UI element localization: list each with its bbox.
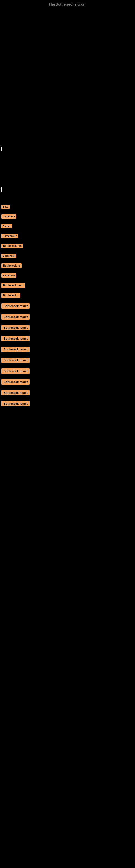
result-badge-13[interactable]: Bottleneck result [1, 325, 30, 330]
result-item-7: Bottleneck re [0, 264, 135, 268]
result-item-8: Bottleneck [0, 273, 135, 278]
result-item-4: Bottleneck r [0, 234, 135, 238]
result-badge-11[interactable]: Bottleneck result [1, 303, 30, 309]
result-item-2: Bottleneck [0, 214, 135, 219]
result-badge-18[interactable]: Bottleneck result [1, 379, 30, 384]
result-badge-12[interactable]: Bottleneck result [1, 314, 30, 319]
result-badge-9[interactable]: Bottleneck resu [1, 283, 25, 288]
result-badge-20[interactable]: Bottleneck result [1, 401, 30, 406]
result-item-17: Bottleneck result [0, 368, 135, 374]
result-badge-8[interactable]: Bottleneck [1, 273, 16, 278]
result-item-12: Bottleneck result [0, 314, 135, 319]
result-badge-14[interactable]: Bottleneck result [1, 336, 30, 341]
result-badge-19[interactable]: Bottleneck result [1, 390, 30, 396]
result-badge-3[interactable]: Bottlen [1, 224, 12, 228]
result-item-9: Bottleneck resu [0, 283, 135, 288]
result-item-15: Bottleneck result [0, 347, 135, 352]
cursor-indicator-1 [1, 147, 2, 151]
result-item-19: Bottleneck result [0, 390, 135, 396]
result-badge-17[interactable]: Bottleneck result [1, 368, 30, 374]
result-item-10: Bottleneck r [0, 293, 135, 298]
result-item-14: Bottleneck result [0, 336, 135, 341]
result-badge-6[interactable]: Bottleneck [1, 254, 16, 258]
result-item-6: Bottleneck [0, 254, 135, 258]
result-badge-16[interactable]: Bottleneck result [1, 358, 30, 363]
result-item-5: Bottleneck res [0, 244, 135, 248]
result-badge-4[interactable]: Bottleneck r [1, 234, 18, 238]
result-item-11: Bottleneck result [0, 303, 135, 309]
result-item-1: Bottl [0, 205, 135, 209]
result-badge-10[interactable]: Bottleneck r [1, 293, 20, 298]
site-title: TheBottlenecker.com [0, 0, 135, 6]
result-badge-1[interactable]: Bottl [1, 205, 10, 209]
result-badge-2[interactable]: Bottleneck [1, 214, 16, 219]
result-item-3: Bottlen [0, 224, 135, 228]
result-badge-15[interactable]: Bottleneck result [1, 347, 30, 352]
result-item-18: Bottleneck result [0, 379, 135, 384]
result-item-13: Bottleneck result [0, 325, 135, 330]
result-badge-5[interactable]: Bottleneck res [1, 244, 23, 248]
result-item-16: Bottleneck result [0, 358, 135, 363]
result-item-20: Bottleneck result [0, 401, 135, 406]
cursor-indicator-2 [1, 187, 2, 192]
result-badge-7[interactable]: Bottleneck re [1, 264, 21, 268]
